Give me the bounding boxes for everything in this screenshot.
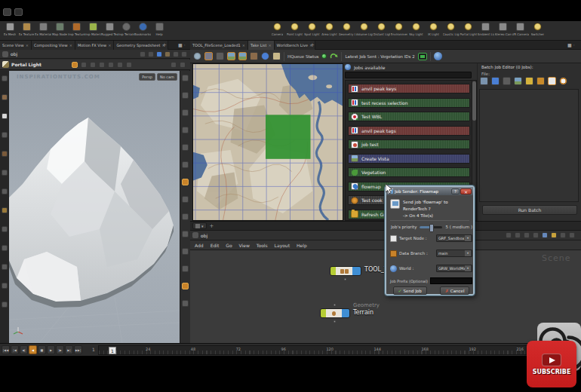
close-tab-icon[interactable]: ×	[69, 43, 72, 47]
world-icon[interactable]	[434, 52, 442, 60]
dialog-help-button[interactable]: ?	[451, 188, 460, 194]
map-svg[interactable]	[193, 64, 343, 220]
shelf-tool[interactable]: Sky Light	[407, 23, 425, 36]
sculpt-icon[interactable]	[2, 113, 8, 119]
list-icon[interactable]	[506, 232, 512, 238]
camera-selector-button[interactable]: No cam	[157, 73, 177, 81]
grid-icon[interactable]	[515, 232, 521, 238]
edit-icon[interactable]	[548, 77, 556, 85]
material-icon[interactable]	[182, 231, 189, 237]
playback-button[interactable]: |◀	[11, 345, 19, 354]
subscribe-button[interactable]: SUBSCRIBE	[527, 341, 576, 387]
handles-icon[interactable]	[126, 62, 132, 68]
frame-icon[interactable]	[533, 232, 539, 238]
world-map-panel[interactable]	[192, 63, 343, 221]
history-icon[interactable]	[559, 77, 567, 85]
shelf-tool[interactable]: Ex Material	[35, 23, 51, 36]
snapshot-icon[interactable]	[164, 51, 171, 57]
frame-icon[interactable]	[182, 92, 189, 99]
node-input-flag[interactable]	[321, 309, 326, 317]
network-icon[interactable]	[140, 51, 146, 57]
shelf-tool[interactable]: VR Camera	[512, 23, 529, 36]
open-folder-icon[interactable]	[480, 77, 488, 85]
node-output-dot[interactable]	[334, 320, 336, 323]
playback-button[interactable]: |▶	[56, 345, 64, 354]
search-icon[interactable]	[216, 52, 224, 60]
shelf-tool[interactable]: Ex Mesh	[2, 23, 18, 36]
settings-icon[interactable]	[569, 232, 575, 238]
scrollbar-thumb[interactable]	[472, 81, 476, 121]
pane-tab[interactable]: Take List ×	[248, 41, 275, 50]
recent-icon[interactable]	[192, 232, 198, 238]
erase-icon[interactable]	[2, 170, 8, 176]
job-list-item[interactable]: anvil peak tags	[348, 126, 470, 136]
grab-icon[interactable]	[90, 62, 96, 68]
close-tab-icon[interactable]: ×	[108, 43, 111, 47]
calendar-icon[interactable]	[250, 52, 258, 60]
network-path-icon[interactable]	[2, 51, 8, 57]
close-tab-icon[interactable]: ×	[242, 43, 245, 47]
shelf-tool[interactable]: Point Light	[286, 23, 303, 36]
node-output-dot[interactable]	[344, 278, 346, 280]
dialog-close-button[interactable]: ×	[460, 188, 472, 194]
overview-icon[interactable]	[560, 232, 566, 238]
brush-icon[interactable]	[525, 77, 533, 85]
select-box-icon[interactable]	[72, 62, 78, 68]
snap-icon[interactable]	[524, 232, 530, 238]
shelf-tool[interactable]: Volume Light	[355, 23, 373, 36]
pane-tab[interactable]: Motion FX View ×	[75, 41, 115, 50]
new-tab-icon[interactable]: +	[310, 41, 315, 50]
shelf-tool[interactable]: Imp Material	[85, 23, 101, 36]
node-input-dot[interactable]	[334, 304, 336, 306]
node-display-flag[interactable]	[342, 309, 349, 317]
node-terrain[interactable]	[320, 308, 350, 318]
close-tab-icon[interactable]: ×	[26, 43, 29, 47]
pane-controls-icon[interactable]: ■·	[567, 42, 576, 47]
job-list-item[interactable]: Create Vista	[348, 154, 470, 164]
shelf-tool[interactable]: IK Light	[425, 23, 442, 36]
chevron-down-icon[interactable]: ▾	[465, 235, 471, 241]
node-display-flag[interactable]	[352, 267, 361, 275]
node-tool-tile[interactable]	[330, 266, 361, 276]
job-list-item[interactable]: Test WBL	[348, 112, 470, 121]
job-list-item[interactable]: test recess selection	[348, 98, 470, 108]
camera-icon[interactable]	[182, 127, 189, 133]
network-filter-dropdown[interactable]: ▾	[192, 222, 207, 229]
texture-icon[interactable]	[2, 283, 8, 289]
field-dropdown[interactable]: GRF_Sandbox ▾	[436, 234, 472, 242]
grid-icon[interactable]	[182, 144, 189, 151]
color-icon[interactable]	[542, 232, 548, 238]
menu-item[interactable]: Edit	[211, 243, 220, 248]
shelf-tool[interactable]: Imp Terrain	[118, 23, 134, 36]
field-dropdown[interactable]: main ▾	[436, 250, 472, 257]
pose-icon[interactable]	[117, 62, 123, 68]
current-frame-indicator[interactable]: 1	[109, 347, 116, 354]
menu-item[interactable]: Add	[195, 243, 204, 248]
magnify-icon[interactable]	[108, 62, 114, 68]
app-menu-icon[interactable]	[3, 8, 11, 16]
pen-icon[interactable]	[99, 62, 105, 68]
home-icon[interactable]	[148, 51, 154, 57]
pane-tab[interactable]: Compositing View ×	[32, 41, 75, 50]
refresh-icon[interactable]	[330, 52, 338, 60]
dialog-title-bar[interactable]: Job Sender: Flowmap ? ×	[386, 187, 473, 195]
playback-button[interactable]: ■	[38, 345, 46, 354]
pane-tab[interactable]: Geometry Spreadsheet ×	[114, 41, 168, 50]
batch-jobs-area[interactable]	[479, 89, 579, 202]
timeline-ruler[interactable]: 1 24487296120144168192216240	[98, 345, 575, 355]
shelf-tool[interactable]: Spot Light	[303, 23, 321, 36]
shelf-tool[interactable]: Switcher	[529, 23, 546, 36]
breadcrumb[interactable]: obj	[11, 51, 17, 57]
add-icon[interactable]	[491, 77, 500, 85]
menu-item[interactable]: View	[239, 243, 250, 248]
save-icon[interactable]	[204, 52, 213, 60]
shelf-tool[interactable]: Help	[151, 23, 168, 36]
playback-button[interactable]: |◀◀	[2, 345, 10, 354]
shade-icon[interactable]	[182, 196, 189, 203]
shelf-tool[interactable]: Imp Texture	[68, 23, 85, 36]
menu-item[interactable]: Help	[297, 243, 307, 248]
gear-icon[interactable]	[261, 52, 269, 60]
mask-icon[interactable]	[2, 207, 8, 213]
shelf-tool[interactable]: Geometry Light	[338, 23, 355, 36]
layer-icon[interactable]	[2, 245, 8, 251]
